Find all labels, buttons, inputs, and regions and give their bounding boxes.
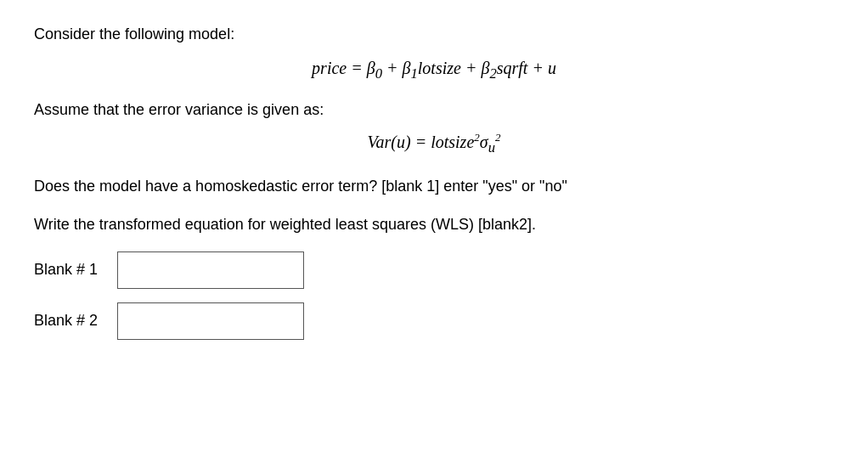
model-equation: price = β0 + β1lotsize + β2sqrft + u xyxy=(34,59,834,82)
blank2-row: Blank # 2 xyxy=(34,302,834,340)
variance-equation: Var(u) = lotsize2σu2 xyxy=(34,131,834,156)
blank1-row: Blank # 1 xyxy=(34,251,834,289)
assumption-text: Assume that the error variance is given … xyxy=(34,101,834,119)
blank1-label: Blank # 1 xyxy=(34,261,110,279)
variance-equation-text: Var(u) = lotsize2σu2 xyxy=(368,133,501,151)
question2-text: Write the transformed equation for weigh… xyxy=(34,213,834,236)
model-equation-text: price = β0 + β1lotsize + β2sqrft + u xyxy=(312,59,556,77)
main-content: Consider the following model: price = β0… xyxy=(34,25,834,340)
blank2-label: Blank # 2 xyxy=(34,312,110,330)
intro-text: Consider the following model: xyxy=(34,25,834,43)
question1-text: Does the model have a homoskedastic erro… xyxy=(34,175,834,198)
blank1-input[interactable] xyxy=(117,251,304,289)
blank2-input[interactable] xyxy=(117,302,304,340)
